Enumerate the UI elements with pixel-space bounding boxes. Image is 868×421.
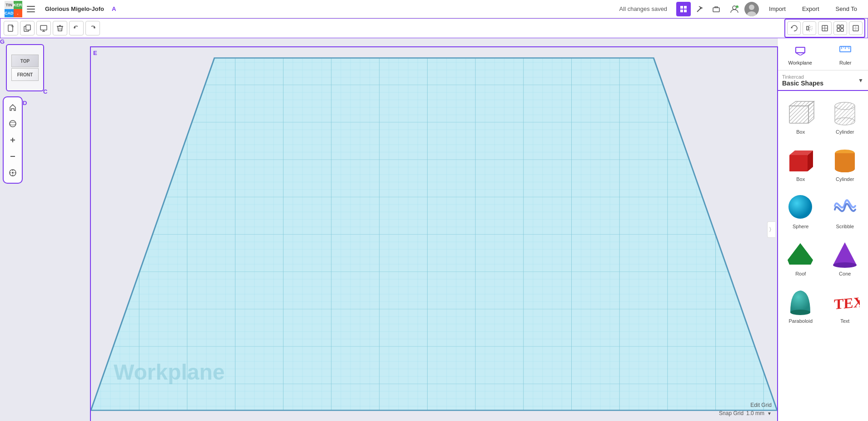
cube-top-face[interactable]: TOP bbox=[11, 55, 39, 67]
hamburger-line-3 bbox=[27, 11, 35, 12]
view-toggle-group bbox=[676, 2, 723, 16]
shape-cylinder-solid[interactable]: Cylinder bbox=[825, 141, 866, 185]
workplane-btn-label: Workplane bbox=[788, 60, 812, 65]
canvas-area[interactable]: TOP FRONT C bbox=[0, 38, 777, 421]
cylinder-solid-svg bbox=[830, 145, 860, 175]
undo-button[interactable] bbox=[69, 21, 84, 35]
paraboloid-svg bbox=[786, 287, 815, 316]
user-icon: + bbox=[730, 5, 738, 13]
label-d: D bbox=[23, 100, 27, 106]
rotate-tool-button[interactable] bbox=[787, 21, 801, 35]
redo-button[interactable] bbox=[85, 21, 100, 35]
label-c: C bbox=[43, 88, 47, 95]
svg-point-45 bbox=[12, 172, 14, 174]
zoom-in-button[interactable] bbox=[5, 133, 20, 147]
snap-grid-arrow[interactable]: ▼ bbox=[767, 411, 772, 416]
svg-point-86 bbox=[833, 262, 857, 268]
svg-point-40 bbox=[10, 122, 16, 125]
user-account-btn[interactable]: + bbox=[727, 2, 742, 16]
zoom-out-button[interactable] bbox=[5, 149, 20, 164]
shape-box-solid[interactable]: Box bbox=[780, 141, 821, 185]
pickaxe-btn[interactable] bbox=[693, 2, 707, 16]
category-value[interactable]: Basic Shapes bbox=[782, 80, 823, 87]
shape-cone[interactable]: Cone bbox=[825, 236, 866, 279]
scribble-label: Scribble bbox=[836, 224, 854, 229]
box-solid-label: Box bbox=[796, 176, 805, 182]
monitor-button[interactable] bbox=[36, 21, 51, 35]
edit-grid-button[interactable]: Edit Grid bbox=[750, 402, 772, 408]
roof-image bbox=[785, 238, 817, 270]
cylinder-solid-label: Cylinder bbox=[836, 176, 854, 182]
snap-grid-label: Snap Grid bbox=[719, 410, 743, 416]
shape-roof[interactable]: Roof bbox=[780, 236, 821, 279]
project-name[interactable]: Glorious Migelo-Jofo bbox=[41, 3, 108, 15]
svg-rect-34 bbox=[837, 29, 840, 31]
svg-rect-7 bbox=[713, 8, 719, 12]
ruler-button[interactable]: Ruler bbox=[823, 38, 868, 70]
shapes-grid: Box bbox=[780, 94, 865, 326]
home-nav-button[interactable] bbox=[5, 100, 20, 115]
svg-rect-16 bbox=[26, 25, 30, 30]
new-file-button[interactable] bbox=[4, 21, 18, 35]
mirror-tool-button[interactable] bbox=[803, 21, 816, 35]
cylinder-hole-svg bbox=[830, 98, 860, 127]
ruler-icon bbox=[839, 43, 852, 58]
orbit-button[interactable] bbox=[5, 116, 20, 131]
hamburger-button[interactable] bbox=[25, 3, 37, 15]
user-area: + bbox=[727, 2, 759, 16]
view-cube[interactable]: TOP FRONT bbox=[7, 45, 43, 90]
logo-dot: . bbox=[14, 9, 22, 17]
roof-label: Roof bbox=[795, 271, 806, 276]
monitor-icon bbox=[40, 25, 47, 32]
roof-svg bbox=[786, 240, 815, 269]
ruler-btn-label: Ruler bbox=[839, 60, 851, 65]
workplane-button[interactable]: Workplane bbox=[778, 38, 823, 70]
shape-box-hole[interactable]: Box bbox=[780, 94, 821, 137]
svg-point-87 bbox=[790, 310, 810, 315]
logo-cad: CAD bbox=[5, 9, 14, 17]
logo-ker: KER bbox=[14, 1, 22, 9]
box-solid-image bbox=[785, 144, 817, 175]
logo[interactable]: TIN KER CAD . bbox=[5, 1, 21, 17]
sphere-image bbox=[785, 191, 817, 223]
delete-icon bbox=[56, 25, 64, 32]
cube-front-face[interactable]: FRONT bbox=[11, 68, 39, 81]
rotate-icon bbox=[790, 25, 798, 32]
shape-cylinder-hole[interactable]: Cylinder bbox=[825, 94, 866, 137]
svg-point-82 bbox=[788, 195, 812, 219]
category-dropdown-arrow[interactable]: ▼ bbox=[858, 77, 863, 84]
box-hole-label: Box bbox=[796, 129, 805, 135]
shape-sphere[interactable]: Sphere bbox=[780, 188, 821, 232]
paraboloid-label: Paraboloid bbox=[788, 318, 813, 324]
cylinder-solid-image bbox=[829, 144, 861, 175]
sendto-button[interactable]: Send To bbox=[829, 3, 863, 15]
svg-rect-17 bbox=[40, 25, 47, 30]
top-bar: TIN KER CAD . Glorious Migelo-Jofo A All… bbox=[0, 0, 868, 18]
box-solid-svg bbox=[786, 145, 815, 175]
delete-button[interactable] bbox=[53, 21, 67, 35]
workplane-container[interactable]: E bbox=[91, 47, 777, 421]
briefcase-btn[interactable] bbox=[709, 2, 723, 16]
category-header: Tinkercad bbox=[782, 74, 823, 80]
align-tool-button[interactable] bbox=[818, 21, 832, 35]
transform-toolbar bbox=[785, 20, 864, 37]
collapse-panel-button[interactable]: 〉 bbox=[767, 221, 775, 238]
hamburger-line-1 bbox=[27, 6, 35, 7]
export-button[interactable]: Export bbox=[796, 3, 826, 15]
label-a: A bbox=[112, 5, 116, 12]
cone-image bbox=[829, 238, 861, 270]
import-button[interactable]: Import bbox=[763, 3, 792, 15]
shape-text[interactable]: TEXT Text bbox=[825, 283, 866, 326]
svg-point-6 bbox=[700, 7, 702, 9]
shape-paraboloid[interactable]: Paraboloid bbox=[780, 283, 821, 326]
group-tool-button[interactable] bbox=[833, 21, 847, 35]
shape-scribble[interactable]: Scribble bbox=[825, 188, 866, 232]
svg-text:TEXT: TEXT bbox=[834, 292, 860, 312]
ungroup-icon bbox=[852, 25, 859, 32]
copy-file-button[interactable] bbox=[20, 21, 35, 35]
reset-view-button[interactable] bbox=[5, 165, 20, 180]
ungroup-tool-button[interactable] bbox=[849, 21, 863, 35]
svg-rect-65 bbox=[789, 106, 808, 123]
user-avatar[interactable] bbox=[744, 2, 759, 16]
grid-view-btn[interactable] bbox=[676, 2, 691, 16]
